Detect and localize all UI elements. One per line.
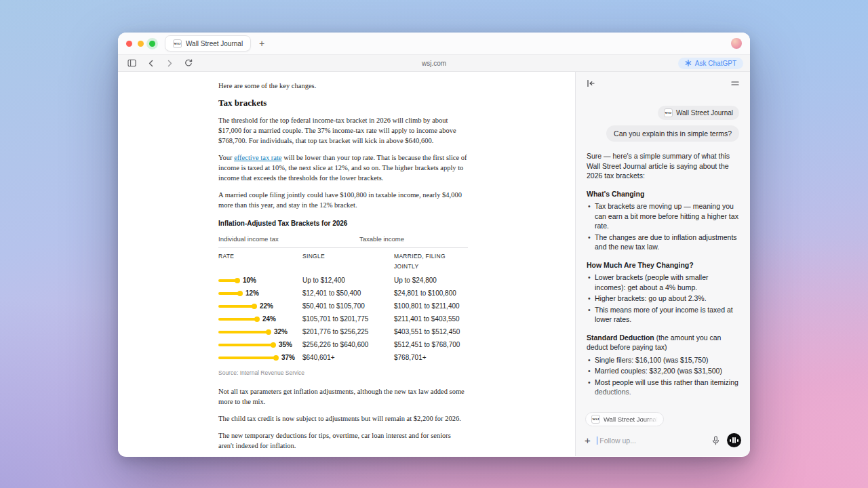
waveform-icon xyxy=(730,439,731,442)
rate-bar xyxy=(218,357,275,359)
attach-plus-icon[interactable]: + xyxy=(585,435,591,445)
rate-bar-dot xyxy=(271,342,276,348)
chat-bullet: Married couples: $32,200 (was $31,500) xyxy=(587,366,739,376)
zoom-window-button[interactable] xyxy=(149,41,155,47)
rate-bar xyxy=(218,279,237,282)
sidebar-toggle-icon[interactable] xyxy=(126,58,137,68)
window-controls xyxy=(126,41,155,47)
tax-bracket-row: 35%$256,226 to $640,600$512,451 to $768,… xyxy=(218,338,468,351)
back-icon[interactable] xyxy=(145,58,156,68)
chat-panel-header xyxy=(576,72,750,95)
article-intro: Here are some of the key changes. xyxy=(218,81,468,91)
ask-chatgpt-label: Ask ChatGPT xyxy=(695,60,736,67)
chat-bullet: The changes are due to inflation adjustm… xyxy=(587,232,739,252)
effective-tax-rate-link[interactable]: effective tax rate xyxy=(234,154,281,161)
wsj-favicon-icon: WSJ xyxy=(591,415,600,424)
context-page-label: Wall Street Journal xyxy=(604,415,658,423)
forward-icon[interactable] xyxy=(164,58,175,68)
rate-bar-dot xyxy=(266,329,271,335)
rate-bar-dot xyxy=(237,291,243,296)
tax-bracket-row: 22%$50,401 to $105,700$100,801 to $211,4… xyxy=(218,300,468,312)
composer-context-row: WSJ Wall Street Journal xyxy=(576,411,750,430)
user-message: Can you explain this in simple terms? xyxy=(606,125,739,142)
chat-bullet: Single filers: $16,100 (was $15,750) xyxy=(587,355,739,365)
chatgpt-panel: WSJ Wall Street Journal Can you explain … xyxy=(575,72,750,456)
microphone-icon[interactable] xyxy=(710,435,721,446)
chart-title: Inflation-Adjusted Tax Brackets for 2026 xyxy=(218,218,468,228)
panel-menu-icon[interactable] xyxy=(730,78,741,89)
rate-bar-dot xyxy=(254,317,260,322)
text-caret xyxy=(597,436,598,445)
rate-bar xyxy=(218,292,239,295)
input-placeholder: Follow up... xyxy=(599,436,636,445)
new-tab-button[interactable]: + xyxy=(259,39,264,48)
tab-bar: WSJ Wall Street Journal + xyxy=(118,33,750,54)
profile-avatar[interactable] xyxy=(731,38,742,49)
chart-group-labels: Individual income tax Taxable income xyxy=(218,234,468,248)
tab-title: Wall Street Journal xyxy=(186,40,243,47)
chat-messages[interactable]: WSJ Wall Street Journal Can you explain … xyxy=(576,95,750,411)
chat-section: Estate and Gift TaxesEstate-tax exclusio… xyxy=(587,405,739,411)
chart-source: Source: Internal Revenue Service xyxy=(218,368,468,378)
tax-bracket-row: 24%$105,701 to $201,775$211,401 to $403,… xyxy=(218,312,468,325)
chatgpt-logo-icon xyxy=(685,60,692,66)
assistant-intro: Sure — here's a simple summary of what t… xyxy=(587,151,739,181)
rate-bar xyxy=(218,318,256,321)
tax-bracket-row: 32%$201,776 to $256,225$403,551 to $512,… xyxy=(218,325,468,338)
rate-bar xyxy=(218,331,268,333)
context-page-chip[interactable]: WSJ Wall Street Journal xyxy=(585,412,664,426)
wsj-favicon-icon: WSJ xyxy=(173,39,182,48)
column-header-married: MARRIED, FILING JOINTLY xyxy=(394,251,468,272)
rate-bar-dot xyxy=(273,355,279,361)
rate-bar-dot xyxy=(252,304,257,309)
article-paragraph: Not all tax parameters get inflation adj… xyxy=(218,386,468,407)
chat-bullet: Higher brackets: go up about 2.3%. xyxy=(587,293,739,304)
chart-header-row: RATE SINGLE MARRIED, FILING JOINTLY xyxy=(218,248,468,274)
tax-brackets-chart: Inflation-Adjusted Tax Brackets for 2026… xyxy=(218,218,468,378)
page-reference-chip[interactable]: WSJ Wall Street Journal xyxy=(658,106,739,120)
article-paragraph: Your effective tax rate will be lower th… xyxy=(218,152,468,183)
tax-bracket-row: 37%$640,601+$768,701+ xyxy=(218,351,468,364)
browser-window: WSJ Wall Street Journal + wsj.com xyxy=(118,33,750,457)
article-heading-tax-brackets: Tax brackets xyxy=(218,98,468,108)
chat-sections: What's ChangingTax brackets are moving u… xyxy=(587,189,739,411)
collapse-panel-icon[interactable] xyxy=(585,78,596,89)
window-content: Here are some of the key changes. Tax br… xyxy=(118,72,750,456)
column-header-single: SINGLE xyxy=(302,251,394,272)
chat-bullet: This means more of your income is taxed … xyxy=(587,305,739,325)
tab-wall-street-journal[interactable]: WSJ Wall Street Journal xyxy=(165,35,251,52)
group-label-right: Taxable income xyxy=(359,234,404,244)
article-paragraph: The new temporary deductions for tips, o… xyxy=(218,430,468,451)
chat-bullet: Tax brackets are moving up — meaning you… xyxy=(587,201,739,231)
article-paragraph: The threshold for the top federal income… xyxy=(218,115,468,146)
wsj-favicon-icon: WSJ xyxy=(664,108,673,117)
address-toolbar: wsj.com Ask ChatGPT xyxy=(118,54,750,72)
rate-bar xyxy=(218,344,273,346)
chat-bullet: Most people will use this rather than it… xyxy=(587,378,739,397)
rate-bar xyxy=(218,305,254,308)
article-paragraph: The child tax credit is now subject to a… xyxy=(218,413,468,424)
chat-bullet: Lower brackets (people with smaller inco… xyxy=(587,272,739,292)
rate-bar-dot xyxy=(235,278,240,283)
tax-table-body: 10%Up to $12,400Up to $24,80012%$12,401 … xyxy=(218,274,468,364)
group-label-left: Individual income tax xyxy=(218,235,279,243)
address-url[interactable]: wsj.com xyxy=(422,60,446,67)
minimize-window-button[interactable] xyxy=(138,41,144,47)
close-window-button[interactable] xyxy=(126,41,132,47)
assistant-message: Sure — here's a simple summary of what t… xyxy=(587,151,739,411)
chat-section: How Much Are They Changing?Lower bracket… xyxy=(587,260,739,325)
column-header-rate: RATE xyxy=(218,251,302,272)
article-pane[interactable]: Here are some of the key changes. Tax br… xyxy=(118,72,575,456)
followup-input[interactable]: Follow up... xyxy=(597,436,704,445)
article-paragraph: A married couple filing jointly could ha… xyxy=(218,190,468,210)
chat-section: Standard Deduction (the amount you can d… xyxy=(587,333,739,397)
page-reference-label: Wall Street Journal xyxy=(676,109,733,117)
tax-bracket-row: 12%$12,401 to $50,400$24,801 to $100,800 xyxy=(218,287,468,300)
chat-section: What's ChangingTax brackets are moving u… xyxy=(587,189,739,252)
voice-mode-button[interactable] xyxy=(727,433,741,447)
chat-composer: + Follow up... xyxy=(576,430,750,456)
ask-chatgpt-button[interactable]: Ask ChatGPT xyxy=(678,58,743,69)
tax-bracket-row: 10%Up to $12,400Up to $24,800 xyxy=(218,274,468,287)
reload-icon[interactable] xyxy=(183,58,194,68)
